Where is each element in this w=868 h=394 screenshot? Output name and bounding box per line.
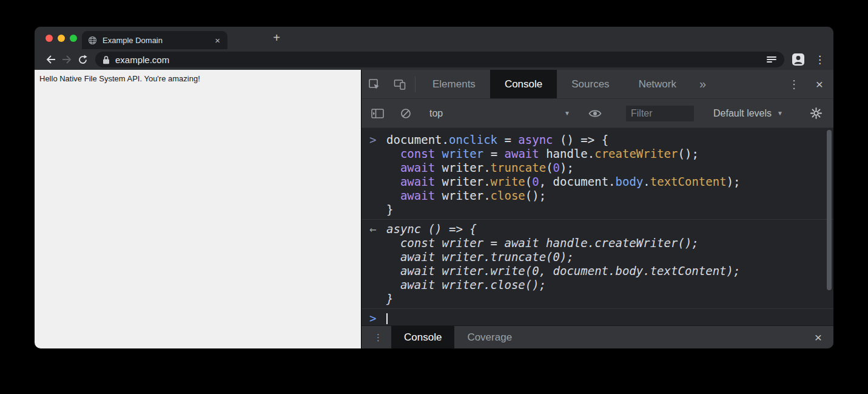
console-line: >document.onclick = async () => {: [362, 133, 833, 147]
code-text: const writer = await handle.createWriter…: [386, 147, 699, 161]
code-text: }: [386, 203, 393, 217]
console-line: await writer.truncate(0);: [362, 250, 833, 264]
input-marker: [369, 175, 386, 189]
minimize-window-button[interactable]: [58, 35, 65, 42]
reader-lines-icon[interactable]: [766, 55, 777, 64]
drawer-tab-coverage[interactable]: Coverage: [454, 326, 525, 348]
zoom-window-button[interactable]: [70, 35, 77, 42]
result-marker: [369, 292, 386, 306]
code-text: await writer.close();: [386, 278, 546, 292]
code-text: const writer = await handle.createWriter…: [386, 236, 699, 250]
live-expression-eye-icon[interactable]: [585, 103, 605, 124]
lock-icon[interactable]: [103, 55, 110, 64]
result-marker: ←: [369, 222, 386, 236]
result-marker: [369, 278, 386, 292]
code-text: await writer.truncate(0);: [386, 161, 574, 175]
console-line: await writer.close();: [362, 278, 833, 292]
forward-icon[interactable]: [59, 52, 75, 67]
toolbar-right: ⋮: [792, 53, 827, 66]
tab-elements[interactable]: Elements: [418, 70, 490, 98]
code-text: await writer.write(0, document.body.text…: [386, 175, 741, 189]
divider: [415, 76, 415, 92]
new-tab-button[interactable]: +: [269, 30, 284, 46]
inspect-element-icon[interactable]: [362, 70, 387, 98]
page-viewport: Hello Native File System API. You're ama…: [35, 70, 361, 348]
code-text: await writer.truncate(0);: [386, 250, 574, 264]
chevron-down-icon: ▼: [777, 110, 783, 117]
reload-icon[interactable]: [75, 52, 90, 67]
tab-title: Example Domain: [103, 36, 214, 45]
context-selector[interactable]: top ▼: [429, 108, 570, 119]
console-prompt-marker: >: [369, 311, 386, 325]
screen: Example Domain × + example.com: [0, 0, 868, 394]
device-toolbar-icon[interactable]: [387, 70, 412, 98]
devtools-drawer: ⋮ Console Coverage ×: [362, 325, 833, 348]
scrollbar-thumb[interactable]: [827, 130, 832, 290]
url-text: example.com: [115, 55, 766, 65]
clear-console-icon[interactable]: [395, 103, 416, 124]
drawer-tab-console[interactable]: Console: [391, 326, 454, 348]
console-line: const writer = await handle.createWriter…: [362, 236, 833, 250]
address-bar[interactable]: example.com: [95, 52, 784, 67]
console-messages: >document.onclick = async () => { const …: [362, 131, 833, 309]
globe-favicon-icon: [88, 36, 97, 45]
tab-sources[interactable]: Sources: [557, 70, 624, 98]
chevron-down-icon: ▼: [564, 110, 570, 117]
console-log-area: >document.onclick = async () => { const …: [362, 128, 833, 325]
devtools-close-icon[interactable]: ×: [806, 77, 833, 92]
devtools-menu-icon[interactable]: ⋮: [782, 78, 806, 91]
result-marker: [369, 250, 386, 264]
chrome-menu-icon[interactable]: ⋮: [812, 55, 827, 65]
code-text: async () => {: [386, 222, 477, 236]
filter-input[interactable]: [626, 106, 694, 121]
drawer-menu-icon[interactable]: ⋮: [374, 332, 383, 343]
console-input-row[interactable]: >: [362, 311, 833, 325]
console-line: await writer.truncate(0);: [362, 161, 833, 175]
input-marker: >: [369, 133, 386, 147]
console-toolbar: top ▼ Default levels ▼: [362, 99, 833, 128]
drawer-close-icon[interactable]: ×: [803, 330, 833, 345]
console-entry-input: >document.onclick = async () => { const …: [362, 131, 833, 220]
console-line: await writer.write(0, document.body.text…: [362, 264, 833, 278]
input-marker: [369, 147, 386, 161]
result-marker: [369, 264, 386, 278]
text-cursor: [386, 313, 388, 324]
console-line: const writer = await handle.createWriter…: [362, 147, 833, 161]
devtools-tabbar: Elements Console Sources Network » ⋮ ×: [362, 70, 833, 99]
tab-console[interactable]: Console: [490, 70, 557, 98]
page-body-text: Hello Native File System API. You're ama…: [39, 74, 200, 83]
console-line: await writer.write(0, document.body.text…: [362, 175, 833, 189]
window-content: Hello Native File System API. You're ama…: [35, 70, 833, 348]
log-levels-dropdown[interactable]: Default levels ▼: [713, 108, 783, 119]
context-selector-value: top: [429, 108, 443, 119]
browser-window: Example Domain × + example.com: [35, 27, 833, 348]
code-text: }: [386, 292, 393, 306]
code-text: await writer.write(0, document.body.text…: [386, 264, 740, 278]
input-marker: [369, 203, 386, 217]
console-line: }: [362, 292, 833, 306]
devtools-panel: Elements Console Sources Network » ⋮ ×: [361, 70, 833, 348]
back-icon[interactable]: [43, 52, 59, 67]
profile-icon[interactable]: [792, 53, 805, 66]
browser-toolbar: example.com ⋮: [35, 49, 833, 70]
window-controls: [45, 35, 77, 42]
console-line: }: [362, 203, 833, 217]
tab-network[interactable]: Network: [624, 70, 691, 98]
input-marker: [369, 161, 386, 175]
browser-tab[interactable]: Example Domain ×: [82, 31, 227, 49]
console-line: ←async () => {: [362, 222, 833, 236]
settings-gear-icon[interactable]: [806, 103, 826, 124]
console-line: await writer.close();: [362, 189, 833, 203]
input-marker: [369, 189, 386, 203]
code-text: document.onclick = async () => {: [386, 133, 608, 147]
log-levels-label: Default levels: [713, 108, 772, 119]
tab-close-icon[interactable]: ×: [214, 36, 221, 45]
tab-strip: Example Domain × +: [35, 27, 833, 49]
close-window-button[interactable]: [45, 35, 53, 42]
console-entry-result: ←async () => { const writer = await hand…: [362, 220, 833, 309]
result-marker: [369, 236, 386, 250]
code-text: await writer.close();: [386, 189, 546, 203]
console-sidebar-icon[interactable]: [368, 103, 388, 124]
more-tabs-icon[interactable]: »: [699, 77, 706, 91]
